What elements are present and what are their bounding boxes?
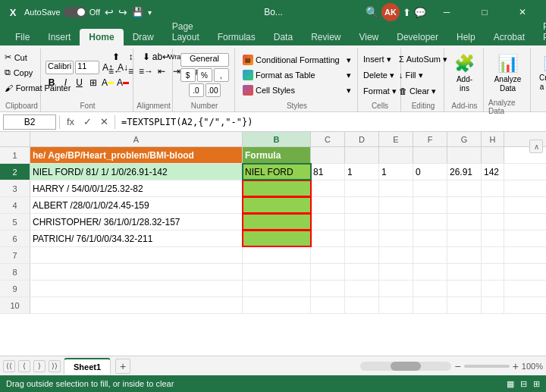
cell-a9[interactable] [30,281,243,296]
formula-check-icon[interactable]: ✓ [80,114,95,130]
cell-d1[interactable] [345,147,379,163]
cell-b4[interactable] [243,197,311,213]
cell-ref-input[interactable] [3,114,56,130]
formula-input[interactable] [118,114,543,130]
zoom-slider[interactable] [464,365,510,368]
search-icon[interactable]: 🔍 [366,6,378,18]
cell-b1[interactable]: Formula [243,147,311,163]
comma-btn[interactable]: , [214,68,229,82]
cell-e3[interactable] [379,180,413,196]
cell-b10[interactable] [243,297,311,313]
insert-btn[interactable]: Insert ▾ [360,52,394,67]
tab-insert[interactable]: Insert [39,29,80,45]
number-format-dropdown[interactable]: General [180,53,229,67]
cell-c10[interactable] [311,297,345,313]
cell-g9[interactable] [447,281,482,296]
cell-e1[interactable] [379,147,413,163]
cell-e9[interactable] [379,281,413,296]
cell-e2[interactable]: 1 [379,164,413,180]
col-header-h[interactable]: H [482,132,504,146]
cell-g4[interactable] [447,197,482,213]
cell-f2[interactable]: 0 [413,164,447,180]
increase-decimal-btn[interactable]: .00 [206,83,221,97]
cell-e6[interactable] [379,230,413,246]
redo-icon[interactable]: ↪ [118,6,127,18]
cell-d3[interactable] [345,180,379,196]
cell-c2[interactable]: 81 [311,164,345,180]
cell-g8[interactable] [447,264,482,280]
row-num-4[interactable]: 4 [0,197,30,213]
tab-page-layout[interactable]: Page Layout [163,18,209,45]
cell-a4[interactable]: ALBERT /28/0/1/0/24.45-159 [30,197,243,213]
cell-b7[interactable] [243,247,311,263]
font-size-dropdown[interactable]: 11 [75,61,99,74]
cell-c3[interactable] [311,180,345,196]
row-num-6[interactable]: 6 [0,230,30,246]
cell-g5[interactable] [447,214,482,230]
col-header-g[interactable]: G [447,132,482,146]
cell-d2[interactable]: 1 [345,164,379,180]
cell-d4[interactable] [345,197,379,213]
function-icon[interactable]: fx [63,114,78,130]
cell-h5[interactable] [482,214,504,230]
cell-e8[interactable] [379,264,413,280]
cell-d8[interactable] [345,264,379,280]
cell-b9[interactable] [243,281,311,296]
undo-icon[interactable]: ↩ [105,6,114,18]
cell-h4[interactable] [482,197,504,213]
cell-f9[interactable] [413,281,447,296]
cell-b8[interactable] [243,264,311,280]
cell-a3[interactable]: HARRY / 54/0/0/1/25.32-82 [30,180,243,196]
border-button[interactable]: ⊞ [87,76,99,89]
view-page-break-icon[interactable]: ⊞ [533,379,540,389]
italic-button[interactable]: I [59,76,71,89]
cell-f4[interactable] [413,197,447,213]
cell-b2[interactable]: NIEL FORD [243,164,311,180]
user-avatar[interactable]: AK [381,3,400,21]
tab-developer[interactable]: Developer [388,29,447,45]
tab-formulas[interactable]: Formulas [209,29,265,45]
sheet-nav-next[interactable]: ⟩ [33,360,46,372]
cell-e5[interactable] [379,214,413,230]
format-as-table-btn[interactable]: Format as Table ▾ [240,68,354,83]
cell-h8[interactable] [482,264,504,280]
row-num-5[interactable]: 5 [0,214,30,230]
cell-f1[interactable] [413,147,447,163]
cell-f5[interactable] [413,214,447,230]
cell-h6[interactable] [482,230,504,246]
cell-e4[interactable] [379,197,413,213]
sheet-nav-prev[interactable]: ⟨ [18,360,30,372]
add-sheet-button[interactable]: + [115,359,130,374]
tab-view[interactable]: View [350,29,388,45]
save-icon[interactable]: 💾 [132,7,143,17]
row-num-8[interactable]: 8 [0,264,30,280]
cell-a6[interactable]: PATRICH/ 76/1/0/0/34.32-211 [30,230,243,246]
customize-icon[interactable]: ▾ [148,8,152,17]
align-center-btn[interactable]: ≡ [124,64,138,78]
cell-f6[interactable] [413,230,447,246]
cell-g7[interactable] [447,247,482,263]
conditional-formatting-btn[interactable]: ▤ Conditional Formatting ▾ [240,53,354,67]
row-num-3[interactable]: 3 [0,180,30,196]
tab-file[interactable]: File [6,29,39,45]
cell-c8[interactable] [311,264,345,280]
cell-styles-btn[interactable]: Cell Styles ▾ [240,83,354,98]
sheet-tab-sheet1[interactable]: Sheet1 [64,358,111,375]
ribbon-collapse-btn[interactable]: ∧ [529,140,543,153]
cell-d5[interactable] [345,214,379,230]
cell-g10[interactable] [447,297,482,313]
currency-btn[interactable]: $ [180,68,196,82]
format-btn[interactable]: Format ▾ [360,84,400,99]
cell-e10[interactable] [379,297,413,313]
tab-acrobat[interactable]: Acrobat [485,29,534,45]
cell-h2[interactable]: 142 [482,164,504,180]
col-header-f[interactable]: F [413,132,447,146]
cell-b3[interactable] [243,180,311,196]
cell-f3[interactable] [413,180,447,196]
row-num-1[interactable]: 1 [0,147,30,163]
minimize-button[interactable]: ─ [429,0,464,24]
cell-a5[interactable]: CHRISTOPHER/ 36/1/0/1/28.32-157 [30,214,243,230]
cell-d9[interactable] [345,281,379,296]
align-right-btn[interactable]: ≡→ [140,64,153,78]
col-header-a[interactable]: A [30,132,243,146]
